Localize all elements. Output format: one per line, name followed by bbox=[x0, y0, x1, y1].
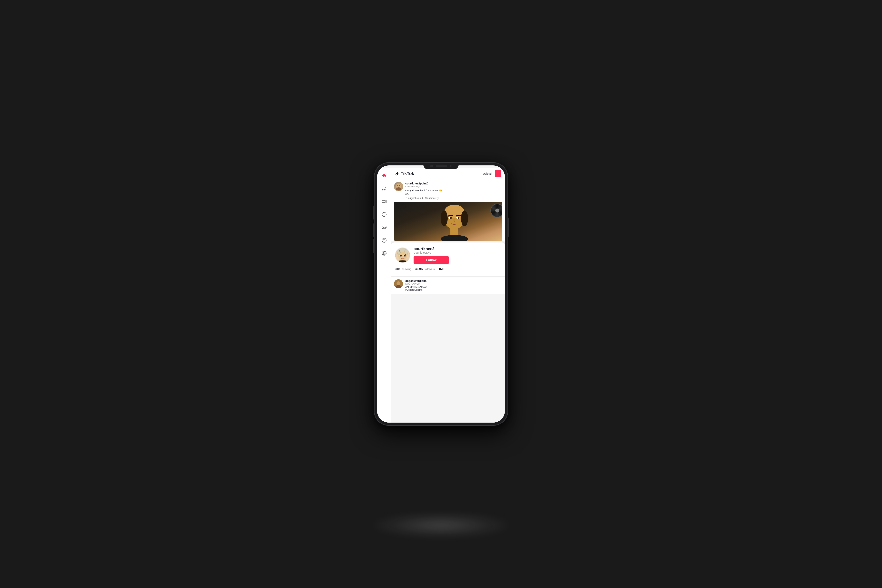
post-card: courtknee2point0_ CourtkneeDye can yall … bbox=[391, 179, 505, 241]
tiktok-logo: TikTok bbox=[395, 171, 414, 176]
suggested-avatar-image bbox=[394, 279, 403, 288]
sidebar-item-video[interactable] bbox=[381, 198, 388, 205]
profile-stats: 889 Following 48.9K Followers 1M L bbox=[395, 267, 501, 270]
main-content: TikTok Upload bbox=[391, 168, 505, 423]
post-displayname: CourtkneeDye bbox=[405, 185, 502, 188]
sidebar-item-friends[interactable] bbox=[381, 185, 388, 192]
svg-rect-20 bbox=[450, 227, 458, 235]
feed: courtknee2point0_ CourtkneeDye can yall … bbox=[391, 179, 505, 423]
tiktok-wordmark: TikTok bbox=[400, 171, 414, 176]
followers-count: 48.9K bbox=[415, 267, 423, 270]
likes-count: 1M bbox=[439, 267, 443, 270]
svg-marker-2 bbox=[385, 201, 386, 202]
svg-rect-1 bbox=[382, 201, 385, 202]
profile-avatar-image bbox=[395, 248, 410, 262]
profile-popup-info: courtknee2 CourtkneeDye Follow bbox=[414, 246, 501, 264]
suggested-tag2: #OscarsAtHome bbox=[405, 288, 423, 291]
followers-label: Followers bbox=[424, 267, 435, 270]
app-content: TikTok Upload bbox=[377, 168, 505, 423]
post-avatar-image bbox=[394, 182, 404, 191]
sidebar-item-home[interactable] bbox=[381, 172, 388, 179]
profile-popup-username[interactable]: courtknee2 bbox=[414, 246, 501, 251]
suggested-tags: #AEMembersAlways #OscarsAtHome bbox=[405, 286, 502, 291]
sidebar-item-emoji[interactable] bbox=[381, 211, 388, 218]
svg-point-22 bbox=[441, 210, 448, 226]
phone-frame: TikTok Upload bbox=[374, 163, 508, 425]
svg-point-17 bbox=[399, 185, 400, 186]
sidebar-item-game[interactable] bbox=[381, 224, 388, 231]
profile-popup: courtknee2 CourtkneeDye Follow 889 Follo… bbox=[391, 243, 505, 276]
following-count: 889 bbox=[395, 267, 400, 270]
phone-scene: TikTok Upload bbox=[323, 39, 559, 549]
svg-point-26 bbox=[450, 217, 452, 219]
suggested-avatar[interactable] bbox=[394, 279, 403, 288]
svg-point-21 bbox=[441, 235, 468, 241]
stat-likes: 1M L bbox=[439, 267, 445, 270]
post-sound-text: original sound - CourtkneeDy bbox=[408, 197, 439, 200]
svg-point-27 bbox=[458, 217, 460, 219]
likes-label: L bbox=[443, 267, 445, 270]
stat-followers: 48.9K Followers bbox=[415, 267, 435, 270]
svg-point-34 bbox=[400, 255, 402, 256]
svg-rect-8 bbox=[382, 226, 386, 229]
post-avatar[interactable] bbox=[394, 182, 404, 191]
music-note-icon: ♫ bbox=[405, 196, 408, 200]
sensor-dot bbox=[450, 165, 452, 167]
svg-point-5 bbox=[382, 212, 386, 217]
svg-point-0 bbox=[383, 187, 384, 188]
phone-screen: TikTok Upload bbox=[377, 165, 505, 423]
svg-point-10 bbox=[385, 227, 386, 228]
sidebar bbox=[377, 168, 391, 423]
post-info: courtknee2point0_ CourtkneeDye can yall … bbox=[405, 182, 502, 200]
suggested-displayname: DOG SAVIOR bbox=[405, 282, 502, 285]
suggested-tag1: #AEMembersAlways bbox=[405, 286, 427, 288]
svg-point-23 bbox=[461, 210, 468, 226]
post-caption: can yall see this? I'm shadow 🤜 ed. bbox=[405, 189, 502, 196]
post-thumbnail[interactable] bbox=[394, 202, 502, 241]
post-caption-line2: ed. bbox=[405, 192, 409, 195]
earpiece bbox=[435, 165, 447, 166]
follow-button[interactable]: Follow bbox=[414, 256, 449, 264]
front-camera bbox=[430, 165, 433, 167]
post-username[interactable]: courtknee2point0_ bbox=[405, 182, 502, 185]
profile-popup-displayname: CourtkneeDye bbox=[414, 251, 501, 254]
svg-point-16 bbox=[397, 185, 398, 186]
phone-glow bbox=[372, 513, 510, 537]
top-bar: TikTok Upload bbox=[391, 168, 505, 179]
profile-popup-avatar[interactable] bbox=[395, 248, 410, 263]
sidebar-item-globe[interactable] bbox=[381, 250, 388, 257]
thumbnail-image bbox=[394, 202, 502, 241]
suggested-username[interactable]: dogsauverglobal bbox=[405, 279, 502, 282]
profile-popup-header: courtknee2 CourtkneeDye Follow bbox=[395, 246, 501, 264]
suggested-user-card: dogsauverglobal DOG SAVIOR #AEMembersAlw… bbox=[391, 276, 505, 294]
sidebar-item-food[interactable] bbox=[381, 237, 388, 244]
phone-notch bbox=[423, 163, 459, 170]
suggested-info: dogsauverglobal DOG SAVIOR #AEMembersAlw… bbox=[405, 279, 502, 291]
post-caption-line1: can yall see this? I'm shadow 🤜 bbox=[405, 189, 442, 192]
stat-following: 889 Following bbox=[395, 267, 411, 270]
svg-point-15 bbox=[396, 188, 401, 190]
tiktok-logo-icon bbox=[395, 171, 399, 176]
post-sound: ♫ original sound - CourtkneeDy bbox=[405, 196, 502, 200]
following-label: Following bbox=[400, 267, 411, 270]
user-avatar-button[interactable] bbox=[495, 170, 501, 177]
upload-button[interactable]: Upload bbox=[483, 172, 492, 175]
post-header: courtknee2point0_ CourtkneeDye can yall … bbox=[394, 182, 502, 200]
svg-point-39 bbox=[396, 281, 400, 285]
svg-point-35 bbox=[404, 255, 405, 256]
